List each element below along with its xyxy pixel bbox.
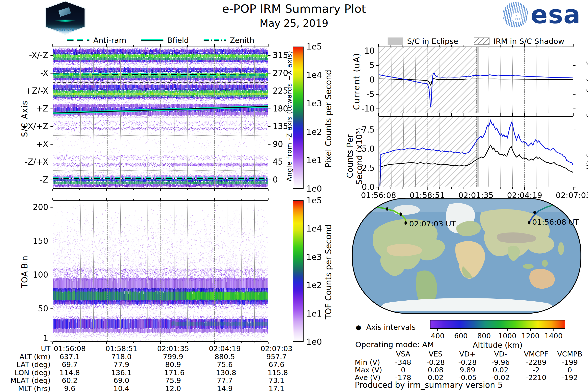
counts-ylabel: Counts Per Second (x10³) xyxy=(346,102,364,210)
ephemeris-value: 10.4 xyxy=(96,384,147,392)
voltage-value: 0.08 xyxy=(420,366,452,374)
voltage-table-header: VSAVESVD+VD-VMCPFVCMPB xyxy=(355,350,585,358)
tof-colorbar-tick: 1e0 xyxy=(306,337,322,347)
x-tick xyxy=(106,189,107,191)
gridline-vertical xyxy=(174,201,174,341)
voltage-value: -0.28 xyxy=(420,358,452,366)
angle-tick-label: 0 xyxy=(273,175,278,184)
y-tick xyxy=(50,275,53,275)
voltage-value: -199 xyxy=(554,358,585,366)
x-tick xyxy=(254,189,255,190)
map-start-time-label: 01:56:08 UT xyxy=(532,218,579,226)
y-tick xyxy=(50,108,53,109)
irm-summary-page: CASSIOPE e-POP IRM Summary Plot May 25, … xyxy=(0,0,588,392)
axis-interval-dot xyxy=(386,207,388,211)
x-tick xyxy=(241,189,242,190)
voltage-value: -2289 xyxy=(518,358,554,366)
toa-spectrogram-panel xyxy=(53,200,268,342)
ephemeris-value: 718.0 xyxy=(96,352,147,361)
y-tick xyxy=(573,80,576,80)
x-tick xyxy=(160,198,161,200)
gridline-vertical xyxy=(67,201,67,341)
direction-legend-label: Bfield xyxy=(167,36,189,44)
x-tick xyxy=(512,187,513,189)
voltage-value: 0 xyxy=(554,366,585,374)
x-tick xyxy=(160,189,161,191)
voltage-header-spacer xyxy=(355,350,386,358)
x-tick xyxy=(427,113,428,116)
ephemeris-row-values: 114.8136.1-171.6-130.8-115.8 xyxy=(44,368,302,377)
x-tick xyxy=(512,113,513,115)
x-tick xyxy=(268,198,268,200)
ephemeris-value: 02:04:19 xyxy=(199,344,251,353)
series-detect-counter xyxy=(380,120,573,186)
y-tick xyxy=(50,144,53,144)
y-tick xyxy=(50,308,53,309)
axis-interval-dot xyxy=(400,212,402,216)
voltage-column-header: VD- xyxy=(484,350,518,358)
eclipse-legend-item: S/C in Eclipse xyxy=(388,37,458,46)
voltage-value: -0.28 xyxy=(452,358,484,366)
angle-axis-label: Angle from -Z axis (towards +X axis) xyxy=(286,54,293,182)
x-tick xyxy=(549,113,549,115)
x-tick xyxy=(93,342,93,343)
ephemeris-value: 60.2 xyxy=(44,376,96,385)
y-tick xyxy=(376,187,378,188)
voltage-value: 0 xyxy=(386,366,420,374)
y-tick xyxy=(376,80,378,80)
x-tick xyxy=(66,342,66,343)
voltage-value: -192 xyxy=(554,374,585,382)
page-title: e-POP IRM Summary Plot xyxy=(147,2,441,16)
y-tick xyxy=(573,108,576,109)
x-tick xyxy=(228,189,228,190)
series-sensor-surface-current xyxy=(379,79,573,85)
ephemeris-value: 957.7 xyxy=(251,352,302,361)
ephemeris-value: 69.0 xyxy=(96,376,147,385)
y-tick xyxy=(50,162,53,162)
y-tick xyxy=(573,94,576,94)
y-tick xyxy=(268,180,270,180)
y-tick xyxy=(50,180,53,180)
x-tick xyxy=(378,114,379,116)
x-tick xyxy=(147,189,147,190)
ephemeris-value: 67.6 xyxy=(251,360,302,369)
x-tick xyxy=(415,187,415,189)
voltage-table-row: Max (V)00.089.890.02-20 xyxy=(355,366,585,374)
x-tick xyxy=(80,342,80,343)
x-tick xyxy=(174,189,174,190)
gridline-vertical xyxy=(160,201,161,341)
pixel-colorbar-tick: 1e3 xyxy=(306,98,322,108)
axis-intervals-label: Axis intervals xyxy=(366,323,416,332)
ephemeris-value: 80.9 xyxy=(147,360,199,369)
y-tick xyxy=(50,207,53,208)
y-tick xyxy=(268,162,270,162)
x-tick xyxy=(378,113,379,116)
x-tick xyxy=(524,114,525,116)
x-tick xyxy=(254,342,255,343)
gridline-vertical xyxy=(241,201,242,341)
overlay-zenith xyxy=(53,178,268,178)
pixel-colorbar xyxy=(293,46,304,189)
altitude-colorbar-label: Altitude (km) xyxy=(430,340,565,349)
ephemeris-row-values: 01:56:0801:58:5102:01:3502:04:1902:07:03 xyxy=(44,344,302,353)
ephemeris-value: 799.9 xyxy=(147,352,199,361)
shadow-legend-label: IRM in S/C Shadow xyxy=(494,37,564,46)
x-tick xyxy=(415,113,415,115)
x-tick xyxy=(52,342,53,344)
cassiope-label: CASSIOPE xyxy=(45,28,86,31)
eclipse-legend-label: S/C in Eclipse xyxy=(407,37,458,46)
ephemeris-value: 136.1 xyxy=(96,368,147,377)
ephemeris-value: 880.5 xyxy=(199,352,251,361)
ephemeris-value: 01:56:08 xyxy=(44,344,96,353)
pixel-colorbar-tick: 1e4 xyxy=(306,70,322,80)
direction-legend-item-bfield: Bfield xyxy=(141,36,189,44)
voltage-value: -2210 xyxy=(518,374,554,382)
y-tick xyxy=(268,73,270,74)
gridline-vertical xyxy=(120,201,121,341)
overlay-bfield xyxy=(53,106,268,113)
x-tick xyxy=(500,113,500,115)
counts-ylabel-line2: Second (x10³) xyxy=(355,102,364,210)
ephemeris-value: 9.6 xyxy=(44,384,96,392)
ephemeris-value: -171.6 xyxy=(147,368,199,377)
alt-tick xyxy=(554,329,554,331)
